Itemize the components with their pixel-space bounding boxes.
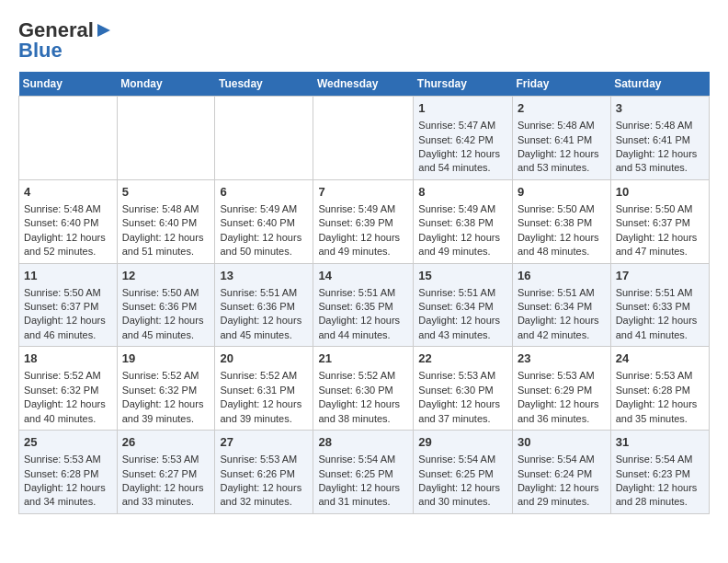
day-header-sunday: Sunday: [19, 72, 118, 97]
cell-content: Daylight: 12 hours: [518, 231, 606, 245]
day-number: 22: [418, 350, 507, 367]
calendar-cell: 19Sunrise: 5:52 AMSunset: 6:32 PMDayligh…: [117, 347, 215, 431]
cell-content: Sunrise: 5:53 AM: [518, 369, 606, 383]
cell-content: Sunrise: 5:49 AM: [418, 202, 507, 216]
calendar-cell: 13Sunrise: 5:51 AMSunset: 6:36 PMDayligh…: [215, 263, 313, 347]
cell-content: Daylight: 12 hours: [418, 147, 507, 161]
cell-content: and 45 minutes.: [122, 328, 210, 342]
calendar-cell: 21Sunrise: 5:52 AMSunset: 6:30 PMDayligh…: [313, 347, 414, 431]
cell-content: and 49 minutes.: [418, 245, 507, 259]
calendar-cell: 24Sunrise: 5:53 AMSunset: 6:28 PMDayligh…: [610, 347, 709, 431]
calendar-cell: 14Sunrise: 5:51 AMSunset: 6:35 PMDayligh…: [313, 263, 414, 347]
cell-content: Sunrise: 5:54 AM: [318, 453, 408, 466]
cell-content: and 48 minutes.: [518, 245, 606, 259]
cell-content: Sunrise: 5:51 AM: [418, 286, 507, 300]
cell-content: and 31 minutes.: [318, 495, 408, 509]
cell-content: Daylight: 12 hours: [616, 397, 704, 411]
cell-content: Sunrise: 5:52 AM: [220, 369, 308, 383]
day-number: 8: [418, 184, 507, 201]
calendar-cell: 10Sunrise: 5:50 AMSunset: 6:37 PMDayligh…: [610, 179, 709, 263]
day-header-thursday: Thursday: [414, 72, 513, 97]
day-number: 9: [518, 184, 606, 201]
cell-content: Sunset: 6:41 PM: [616, 133, 704, 147]
logo-blue: Blue: [18, 39, 63, 63]
cell-content: and 28 minutes.: [616, 495, 704, 509]
cell-content: and 50 minutes.: [220, 245, 308, 259]
cell-content: and 45 minutes.: [220, 328, 308, 342]
calendar-cell: [19, 97, 118, 180]
cell-content: Sunrise: 5:49 AM: [220, 202, 308, 216]
cell-content: and 40 minutes.: [24, 412, 112, 426]
cell-content: Sunset: 6:23 PM: [616, 467, 704, 481]
cell-content: Sunrise: 5:50 AM: [122, 286, 210, 300]
cell-content: Sunset: 6:37 PM: [616, 216, 704, 230]
cell-content: Sunrise: 5:51 AM: [518, 286, 606, 300]
calendar-cell: 15Sunrise: 5:51 AMSunset: 6:34 PMDayligh…: [414, 263, 513, 347]
cell-content: and 39 minutes.: [220, 412, 308, 426]
cell-content: Sunset: 6:35 PM: [318, 300, 408, 314]
day-number: 17: [616, 268, 704, 284]
cell-content: Sunrise: 5:51 AM: [318, 286, 408, 300]
cell-content: Sunset: 6:40 PM: [122, 216, 210, 230]
calendar-cell: [117, 97, 215, 180]
cell-content: Sunset: 6:40 PM: [220, 216, 308, 230]
cell-content: and 47 minutes.: [616, 245, 704, 259]
calendar-cell: 5Sunrise: 5:48 AMSunset: 6:40 PMDaylight…: [117, 179, 215, 263]
cell-content: Sunrise: 5:48 AM: [616, 119, 704, 132]
calendar-cell: 7Sunrise: 5:49 AMSunset: 6:39 PMDaylight…: [313, 179, 414, 263]
cell-content: Daylight: 12 hours: [122, 481, 210, 495]
calendar-cell: 28Sunrise: 5:54 AMSunset: 6:25 PMDayligh…: [313, 431, 414, 514]
cell-content: and 34 minutes.: [24, 495, 112, 509]
cell-content: Daylight: 12 hours: [616, 147, 704, 161]
day-number: 19: [122, 350, 210, 367]
cell-content: Daylight: 12 hours: [518, 397, 606, 411]
cell-content: Sunrise: 5:54 AM: [616, 453, 704, 466]
cell-content: Sunrise: 5:51 AM: [616, 286, 704, 300]
cell-content: Sunrise: 5:48 AM: [518, 119, 606, 132]
day-number: 13: [220, 268, 308, 284]
cell-content: Daylight: 12 hours: [24, 314, 112, 327]
calendar-cell: 25Sunrise: 5:53 AMSunset: 6:28 PMDayligh…: [19, 431, 118, 514]
calendar-cell: 1Sunrise: 5:47 AMSunset: 6:42 PMDaylight…: [414, 97, 513, 180]
cell-content: Daylight: 12 hours: [616, 481, 704, 495]
cell-content: and 43 minutes.: [418, 328, 507, 342]
cell-content: Sunset: 6:31 PM: [220, 384, 308, 397]
cell-content: Daylight: 12 hours: [318, 314, 408, 327]
day-number: 27: [220, 434, 308, 451]
day-header-saturday: Saturday: [610, 72, 709, 97]
calendar-cell: [215, 97, 313, 180]
page-header: General Blue: [18, 18, 710, 63]
cell-content: Sunset: 6:29 PM: [518, 384, 606, 397]
cell-content: Sunrise: 5:48 AM: [24, 202, 112, 216]
calendar-cell: 26Sunrise: 5:53 AMSunset: 6:27 PMDayligh…: [117, 431, 215, 514]
cell-content: Sunset: 6:37 PM: [24, 300, 112, 314]
cell-content: and 42 minutes.: [518, 328, 606, 342]
cell-content: and 39 minutes.: [122, 412, 210, 426]
cell-content: Daylight: 12 hours: [24, 231, 112, 245]
calendar-cell: 17Sunrise: 5:51 AMSunset: 6:33 PMDayligh…: [610, 263, 709, 347]
day-number: 30: [518, 434, 606, 451]
cell-content: Sunset: 6:25 PM: [318, 467, 408, 481]
cell-content: Sunrise: 5:53 AM: [616, 369, 704, 383]
cell-content: Sunset: 6:32 PM: [122, 384, 210, 397]
cell-content: Daylight: 12 hours: [220, 231, 308, 245]
cell-content: Daylight: 12 hours: [518, 481, 606, 495]
calendar-cell: 12Sunrise: 5:50 AMSunset: 6:36 PMDayligh…: [117, 263, 215, 347]
calendar-cell: 9Sunrise: 5:50 AMSunset: 6:38 PMDaylight…: [512, 179, 610, 263]
day-number: 11: [24, 268, 112, 284]
day-number: 12: [122, 268, 210, 284]
cell-content: Daylight: 12 hours: [318, 397, 408, 411]
cell-content: Sunset: 6:24 PM: [518, 467, 606, 481]
cell-content: Daylight: 12 hours: [318, 481, 408, 495]
cell-content: Sunrise: 5:53 AM: [122, 453, 210, 466]
cell-content: Sunrise: 5:52 AM: [122, 369, 210, 383]
cell-content: Daylight: 12 hours: [616, 314, 704, 327]
calendar-cell: 4Sunrise: 5:48 AMSunset: 6:40 PMDaylight…: [19, 179, 118, 263]
cell-content: Sunrise: 5:54 AM: [418, 453, 507, 466]
calendar-cell: 2Sunrise: 5:48 AMSunset: 6:41 PMDaylight…: [512, 97, 610, 180]
cell-content: and 38 minutes.: [318, 412, 408, 426]
day-number: 14: [318, 268, 408, 284]
cell-content: Sunset: 6:30 PM: [418, 384, 507, 397]
cell-content: Daylight: 12 hours: [518, 147, 606, 161]
calendar-cell: 16Sunrise: 5:51 AMSunset: 6:34 PMDayligh…: [512, 263, 610, 347]
